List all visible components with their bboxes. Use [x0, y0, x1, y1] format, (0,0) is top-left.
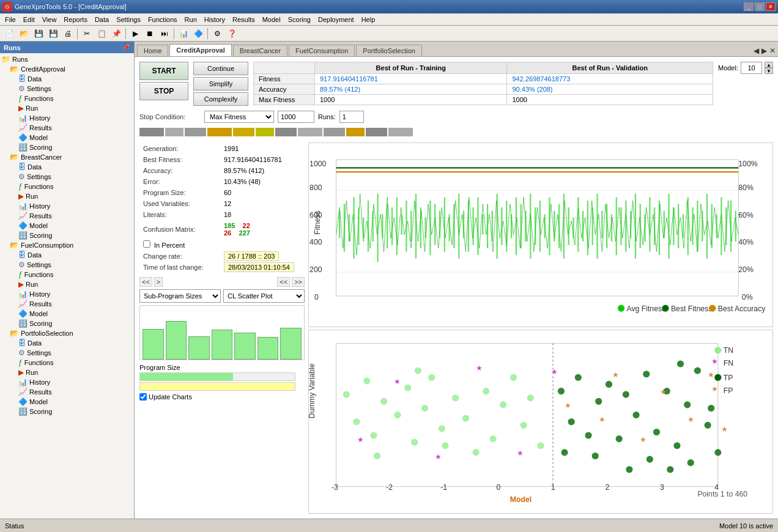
run-stop-button[interactable]: ⏹ [143, 27, 157, 40]
tab-breastcancer[interactable]: BreastCancer [233, 45, 287, 56]
prev-button[interactable]: > [154, 277, 163, 287]
menu-data[interactable]: Data [91, 15, 113, 24]
tree-ca-scoring[interactable]: 🔢 Scoring [1, 142, 133, 152]
tree-bc-results[interactable]: 📈Results [1, 211, 133, 221]
tab-prev-button[interactable]: ◀ [754, 46, 759, 55]
menu-help[interactable]: Help [358, 15, 379, 24]
model-input[interactable] [741, 62, 762, 74]
tree-fc-history[interactable]: 📊History [1, 289, 133, 299]
menu-functions[interactable]: Functions [144, 15, 181, 24]
complexify-button[interactable]: Complexify [193, 92, 248, 106]
menu-history[interactable]: History [201, 15, 229, 24]
tree-bc-scoring[interactable]: 🔢Scoring [1, 231, 133, 240]
settings-btn[interactable]: ⚙ [210, 27, 224, 40]
tree-bc-run[interactable]: ▶Run [1, 191, 133, 201]
tree-ca-history[interactable]: 📊 History [1, 113, 133, 123]
stop-condition-select[interactable]: Max Fitness Max Generations Time Limit [204, 111, 274, 123]
continue-button[interactable]: Continue [193, 62, 248, 75]
new-button[interactable]: 📄 [2, 27, 16, 40]
svg-point-189 [714, 374, 721, 380]
maximize-button[interactable]: □ [755, 2, 765, 11]
menu-edit[interactable]: Edit [20, 15, 39, 24]
open-button[interactable]: 📂 [17, 27, 31, 40]
menu-view[interactable]: View [39, 15, 61, 24]
tree-bc-settings[interactable]: ⚙Settings [1, 172, 133, 182]
tab-portfolioselection[interactable]: PortfolioSelection [356, 45, 422, 56]
tab-next-button[interactable]: ▶ [761, 46, 767, 55]
tree-ca-results[interactable]: 📈 Results [1, 123, 133, 133]
save-all-button[interactable]: 💾 [46, 27, 60, 40]
tree-fc-functions[interactable]: ƒFunctions [1, 270, 133, 279]
in-percent-checkbox[interactable] [143, 240, 150, 248]
model-up-button[interactable]: ▲ [765, 62, 773, 68]
chart-button[interactable]: 📊 [177, 27, 190, 40]
tab-home[interactable]: Home [137, 45, 168, 56]
tree-ps-run[interactable]: ▶Run [1, 368, 133, 377]
menu-reports[interactable]: Reports [60, 15, 91, 24]
menu-results[interactable]: Results [229, 15, 259, 24]
tree-bc-model[interactable]: 🔷Model [1, 221, 133, 231]
subprogram-select[interactable]: Sub-Program Sizes [139, 289, 221, 303]
tree-creditapproval[interactable]: 📂 CreditApproval [1, 64, 133, 74]
menu-model[interactable]: Model [259, 15, 284, 24]
tree-bc-history[interactable]: 📊History [1, 201, 133, 211]
tree-fc-data[interactable]: 🗄Data [1, 250, 133, 260]
tree-fuelconsumption[interactable]: 📂 FuelConsumption [1, 240, 133, 250]
copy-button[interactable]: 📋 [95, 27, 108, 40]
tree-portfolioselection[interactable]: 📂 PortfolioSelection [1, 328, 133, 338]
paste-button[interactable]: 📌 [109, 27, 123, 40]
tree-ca-data[interactable]: 🗄 Data [1, 74, 133, 84]
run-continue-button[interactable]: ⏭ [158, 27, 171, 40]
panel-pin[interactable]: 📌 [122, 43, 130, 51]
tree-ps-history[interactable]: 📊History [1, 377, 133, 387]
prev-prev-button[interactable]: << [139, 277, 152, 287]
menu-settings[interactable]: Settings [113, 15, 144, 24]
tree-ps-model[interactable]: 🔷Model [1, 397, 133, 407]
tree-ps-scoring[interactable]: 🔢Scoring [1, 407, 133, 416]
next-next-button[interactable]: >> [292, 277, 305, 287]
tree-fc-scoring[interactable]: 🔢Scoring [1, 319, 133, 328]
tab-close-button[interactable]: ✕ [769, 46, 776, 55]
stop-button[interactable]: STOP [139, 82, 188, 100]
runs-input[interactable] [339, 111, 364, 123]
run-start-button[interactable]: ▶ [128, 27, 142, 40]
menu-deployment[interactable]: Deployment [314, 15, 358, 24]
tree-bc-data[interactable]: 🗄Data [1, 162, 133, 172]
save-button[interactable]: 💾 [32, 27, 45, 40]
minimize-button[interactable]: _ [744, 2, 754, 11]
tree-ca-functions[interactable]: ƒ Functions [1, 94, 133, 103]
close-button[interactable]: ✕ [766, 2, 776, 11]
tree-ps-settings[interactable]: ⚙Settings [1, 348, 133, 358]
tree-ca-run[interactable]: ▶ Run [1, 103, 133, 113]
tree-ca-settings[interactable]: ⚙ Settings [1, 84, 133, 94]
start-button[interactable]: START [139, 62, 188, 80]
model-down-button[interactable]: ▼ [765, 68, 773, 74]
menu-scoring[interactable]: Scoring [284, 15, 314, 24]
max-value-input[interactable] [278, 111, 314, 123]
chart-type-select[interactable]: CL Scatter Plot [223, 289, 305, 303]
tree-bc-functions[interactable]: ƒFunctions [1, 182, 133, 191]
tree-breastcancer[interactable]: 📂 BreastCancer [1, 152, 133, 162]
tab-fuelconsumption[interactable]: FuelConsumption [289, 45, 355, 56]
tab-creditapproval[interactable]: CreditApproval [169, 44, 231, 56]
tree-ca-scoring-label: Scoring [29, 144, 52, 151]
tree-ps-data[interactable]: 🗄Data [1, 338, 133, 348]
model-button[interactable]: 🔷 [191, 27, 205, 40]
literals-value: 18 [221, 210, 303, 220]
cut-button[interactable]: ✂ [80, 27, 94, 40]
tree-runs[interactable]: 📁 Runs [1, 54, 133, 64]
print-button[interactable]: 🖨 [61, 27, 75, 40]
menu-run[interactable]: Run [181, 15, 201, 24]
tree-fc-model[interactable]: 🔷Model [1, 309, 133, 319]
tree-ps-results[interactable]: 📈Results [1, 387, 133, 397]
tree-ps-functions[interactable]: ƒFunctions [1, 358, 133, 368]
simplify-button[interactable]: Simplify [193, 77, 248, 91]
help-btn[interactable]: ❓ [225, 27, 239, 40]
tree-fc-results[interactable]: 📈Results [1, 299, 133, 309]
tree-ca-model[interactable]: 🔷 Model [1, 133, 133, 142]
next-button[interactable]: << [277, 277, 290, 287]
tree-fc-run[interactable]: ▶Run [1, 279, 133, 289]
tree-fc-settings[interactable]: ⚙Settings [1, 260, 133, 270]
update-charts-checkbox[interactable] [139, 393, 147, 401]
menu-file[interactable]: File [1, 15, 20, 24]
